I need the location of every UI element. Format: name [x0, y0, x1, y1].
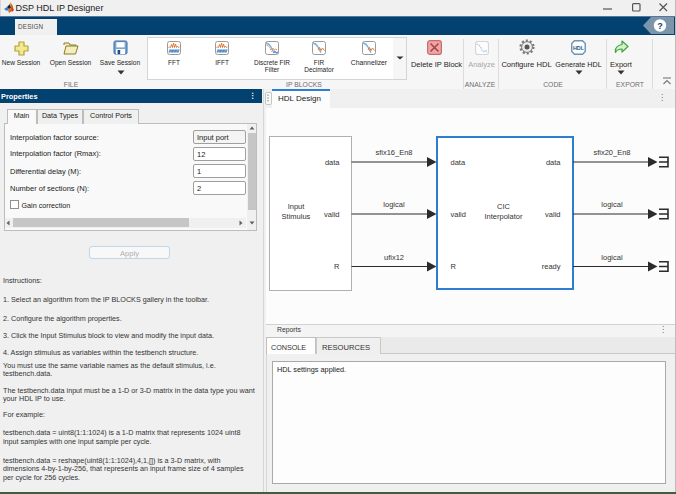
- svg-text:data: data: [546, 157, 561, 166]
- svg-text:sfix16_En8: sfix16_En8: [375, 147, 412, 156]
- svg-text:?: ?: [657, 21, 663, 31]
- svg-text:Interpolator: Interpolator: [485, 211, 523, 220]
- svg-text:data: data: [325, 157, 340, 166]
- svg-text:logical: logical: [601, 253, 623, 262]
- svg-text:valid: valid: [545, 209, 560, 218]
- svg-text:CIC: CIC: [497, 202, 511, 211]
- svg-text:R: R: [451, 262, 457, 271]
- svg-text:Input: Input: [288, 202, 306, 211]
- svg-text:valid: valid: [324, 209, 339, 218]
- svg-text:sfix20_En8: sfix20_En8: [593, 147, 630, 156]
- svg-text:ufix12: ufix12: [384, 253, 404, 262]
- svg-text:logical: logical: [601, 200, 623, 209]
- svg-text:data: data: [451, 157, 466, 166]
- svg-text:logical: logical: [383, 200, 405, 209]
- svg-text:R: R: [334, 262, 340, 271]
- svg-text:Stimulus: Stimulus: [282, 211, 311, 220]
- svg-text:ready: ready: [542, 262, 561, 271]
- svg-text:valid: valid: [451, 209, 466, 218]
- svg-text:HDL: HDL: [573, 45, 585, 51]
